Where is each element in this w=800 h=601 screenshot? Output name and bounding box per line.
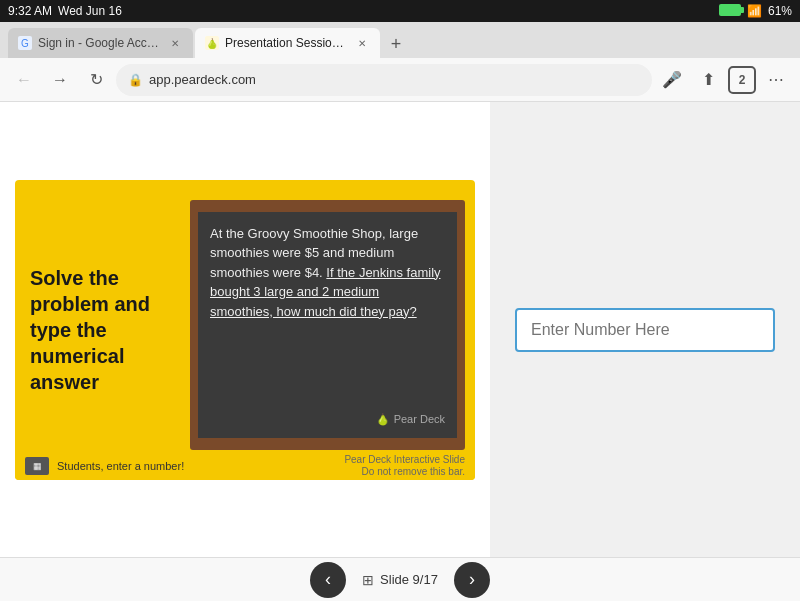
more-options-button[interactable]: ⋯ (760, 64, 792, 96)
chalkboard-branding: 🍐 Pear Deck (210, 413, 445, 426)
status-time: 9:32 AM (8, 4, 52, 18)
main-content: Solve the problem and type the numerical… (0, 102, 800, 557)
lock-icon: 🔒 (128, 73, 143, 87)
back-button[interactable]: ← (8, 64, 40, 96)
right-panel (490, 102, 800, 557)
status-bar: 9:32 AM Wed Jun 16 📶 61% (0, 0, 800, 22)
tab-favicon-google: G (18, 36, 32, 50)
bottom-nav: ‹ ⊞ Slide 9/17 › (0, 557, 800, 601)
forward-button[interactable]: → (44, 64, 76, 96)
tab-bar: G Sign in - Google Account ✕ 🍐 Presentat… (0, 22, 800, 58)
bottom-instruction: Students, enter a number! (57, 460, 184, 472)
slide-icon: ⊞ (362, 572, 374, 588)
tab-label-peardeck: Presentation Session Stu (225, 36, 348, 50)
peardeck-line1: Pear Deck Interactive Slide (344, 454, 465, 466)
wifi-icon: 📶 (747, 4, 762, 18)
url-text: app.peardeck.com (149, 72, 256, 87)
status-right: 📶 61% (719, 4, 792, 19)
share-button[interactable]: ⬆ (692, 64, 724, 96)
peardeck-label: Pear Deck Interactive Slide Do not remov… (344, 454, 465, 478)
battery-green-icon (719, 4, 741, 19)
next-icon: › (469, 569, 475, 590)
tab-label-google: Sign in - Google Account (38, 36, 161, 50)
bottom-bar-icon: ▦ (25, 457, 49, 475)
slide-bottom-bar: ▦ Students, enter a number! Pear Deck In… (15, 452, 475, 480)
address-bar: ← → ↻ 🔒 app.peardeck.com 🎤 ⬆ 2 ⋯ (0, 58, 800, 102)
slide-left-text: Solve the problem and type the numerical… (15, 245, 180, 415)
tab-close-google[interactable]: ✕ (167, 35, 183, 51)
next-slide-button[interactable]: › (454, 562, 490, 598)
slide-area: Solve the problem and type the numerical… (0, 102, 490, 557)
reload-button[interactable]: ↻ (80, 64, 112, 96)
tab-close-peardeck[interactable]: ✕ (354, 35, 370, 51)
slide-label: Slide 9/17 (380, 572, 438, 587)
microphone-button[interactable]: 🎤 (656, 64, 688, 96)
number-input[interactable] (515, 308, 775, 352)
peardeck-line2: Do not remove this bar. (344, 466, 465, 478)
slide-indicator: ⊞ Slide 9/17 (362, 572, 438, 588)
prev-slide-button[interactable]: ‹ (310, 562, 346, 598)
tab-favicon-peardeck: 🍐 (205, 36, 219, 50)
chalkboard-problem: At the Groovy Smoothie Shop, large smoot… (210, 224, 445, 322)
prev-icon: ‹ (325, 569, 331, 590)
pear-icon: 🍐 (376, 413, 390, 426)
tab-peardeck[interactable]: 🍐 Presentation Session Stu ✕ (195, 28, 380, 58)
battery-percent: 61% (768, 4, 792, 18)
status-date: Wed Jun 16 (58, 4, 122, 18)
status-left: 9:32 AM Wed Jun 16 (8, 4, 122, 18)
address-actions: 🎤 ⬆ 2 ⋯ (656, 64, 792, 96)
branding-label: Pear Deck (394, 413, 445, 425)
slide-container: Solve the problem and type the numerical… (15, 180, 475, 480)
tab-count-badge[interactable]: 2 (728, 66, 756, 94)
url-bar[interactable]: 🔒 app.peardeck.com (116, 64, 652, 96)
new-tab-button[interactable]: + (382, 30, 410, 58)
tab-google-signin[interactable]: G Sign in - Google Account ✕ (8, 28, 193, 58)
chalkboard: At the Groovy Smoothie Shop, large smoot… (190, 200, 465, 450)
